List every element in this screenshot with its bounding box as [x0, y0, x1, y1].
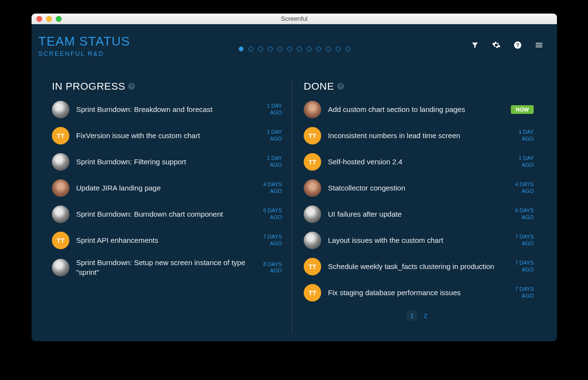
task-title: Add custom chart section to landing page… — [328, 105, 504, 114]
avatar — [304, 206, 321, 223]
task-time: 4 DAYSAGO — [509, 181, 534, 195]
task-title: Statcollector congestion — [328, 183, 503, 193]
task-title: Update JIRA landing page — [76, 183, 251, 193]
page-dot[interactable] — [239, 47, 244, 51]
page-dot[interactable] — [345, 47, 350, 51]
page-button[interactable]: 2 — [420, 310, 431, 321]
page-dot[interactable] — [297, 47, 302, 51]
page-dot[interactable] — [268, 47, 273, 51]
header-toolbar: ? — [471, 41, 543, 49]
titlebar: Screenful — [32, 14, 557, 24]
task-title: Sprint API enhancements — [76, 236, 251, 245]
avatar: TT — [304, 258, 321, 275]
avatar — [52, 259, 69, 276]
task-time: 1 DAYAGO — [258, 103, 282, 116]
task-row[interactable]: Layout issues with the custom chart7 DAY… — [304, 232, 534, 249]
help-badge-icon[interactable]: ? — [337, 83, 344, 90]
column-title-row: DONE ? — [304, 80, 534, 92]
page-title: TEAM STATUS — [38, 34, 130, 49]
task-title: Sprint Burndown: Setup new screen instan… — [76, 258, 251, 278]
page-subtitle: SCREENFUL R&D — [38, 50, 130, 57]
task-row[interactable]: TTFix staging database performance issue… — [304, 284, 534, 301]
task-title: Layout issues with the custom chart — [328, 236, 503, 245]
avatar — [52, 179, 69, 197]
task-title: UI failures after update — [328, 209, 503, 219]
avatar — [304, 179, 321, 197]
task-time: 1 DAYAGO — [258, 155, 282, 169]
help-icon[interactable]: ? — [513, 41, 522, 49]
task-title: Schedule weekly task_facts clustering in… — [328, 262, 503, 271]
task-title: FixVersion issue with the custom chart — [76, 131, 251, 141]
task-time: 7 DAYSAGO — [509, 286, 534, 300]
task-time: 8 DAYSAGO — [258, 261, 282, 275]
avatar: TT — [304, 153, 321, 171]
task-title: Sprint Burndown: Burndown chart componen… — [76, 209, 251, 219]
columns: IN PROGRESS ? Sprint Burndown: Breakdown… — [38, 80, 543, 333]
task-row[interactable]: Statcollector congestion4 DAYSAGO — [304, 179, 534, 197]
task-row[interactable]: Sprint Burndown: Burndown chart componen… — [52, 206, 282, 223]
page-dot[interactable] — [307, 47, 311, 51]
page-dot[interactable] — [248, 47, 253, 51]
column-in-progress: IN PROGRESS ? Sprint Burndown: Breakdown… — [38, 80, 292, 333]
menu-icon[interactable] — [535, 41, 543, 49]
task-time: 1 DAYAGO — [258, 129, 282, 142]
task-list-done: Add custom chart section to landing page… — [304, 101, 534, 301]
page-dot[interactable] — [258, 47, 263, 51]
page-dot[interactable] — [336, 47, 341, 51]
window-title: Screenful — [32, 15, 557, 22]
task-title: Sprint Burndown: Filtering support — [76, 157, 251, 167]
page-dot[interactable] — [287, 47, 292, 51]
task-row[interactable]: Add custom chart section to landing page… — [304, 101, 534, 118]
page-dots — [239, 47, 350, 51]
task-list-in-progress: Sprint Burndown: Breakdown and forecast1… — [52, 101, 282, 278]
task-time: 4 DAYSAGO — [258, 181, 282, 195]
task-row[interactable]: TTSelf-hosted version 2.41 DAYAGO — [304, 153, 534, 171]
task-row[interactable]: TTSchedule weekly task_facts clustering … — [304, 258, 534, 275]
help-badge-icon[interactable]: ? — [128, 83, 135, 90]
task-title: Fix staging database performance issues — [328, 288, 503, 298]
avatar — [52, 206, 69, 223]
page-dot[interactable] — [316, 47, 321, 51]
task-row[interactable]: Update JIRA landing page4 DAYSAGO — [52, 179, 282, 197]
page-dot[interactable] — [278, 47, 282, 51]
page-dot[interactable] — [326, 47, 331, 51]
gear-icon[interactable] — [492, 41, 501, 49]
avatar — [52, 153, 69, 171]
avatar: TT — [304, 284, 321, 301]
task-time: 6 DAYSAGO — [258, 207, 282, 221]
header-left: TEAM STATUS SCREENFUL R&D — [38, 34, 130, 57]
task-title: Inconsistent numbers in lead time screen — [328, 131, 503, 141]
task-row[interactable]: TTFixVersion issue with the custom chart… — [52, 127, 282, 144]
pager: 12 — [304, 310, 534, 321]
header: TEAM STATUS SCREENFUL R&D ? — [38, 34, 543, 57]
column-title: DONE — [304, 80, 334, 92]
avatar — [304, 101, 321, 118]
column-done: DONE ? Add custom chart section to landi… — [292, 80, 543, 333]
task-row[interactable]: TTSprint API enhancements7 DAYSAGO — [52, 232, 282, 249]
filter-icon[interactable] — [471, 41, 479, 49]
avatar — [304, 232, 321, 249]
task-time: 1 DAYAGO — [509, 129, 534, 142]
avatar: TT — [52, 127, 69, 144]
column-title: IN PROGRESS — [52, 80, 125, 92]
task-row[interactable]: Sprint Burndown: Breakdown and forecast1… — [52, 101, 282, 118]
app-window: Screenful TEAM STATUS SCREENFUL R&D ? — [32, 14, 557, 341]
now-badge: NOW — [511, 105, 534, 114]
task-title: Sprint Burndown: Breakdown and forecast — [76, 105, 251, 114]
task-row[interactable]: Sprint Burndown: Setup new screen instan… — [52, 258, 282, 278]
svg-text:?: ? — [516, 42, 519, 48]
task-row[interactable]: UI failures after update6 DAYSAGO — [304, 206, 534, 223]
avatar — [52, 101, 69, 118]
task-time: 7 DAYSAGO — [258, 234, 282, 247]
task-time: 7 DAYSAGO — [509, 234, 534, 247]
task-row[interactable]: Sprint Burndown: Filtering support1 DAYA… — [52, 153, 282, 171]
page-button[interactable]: 1 — [407, 310, 417, 321]
avatar: TT — [304, 127, 321, 144]
avatar: TT — [52, 232, 69, 249]
task-title: Self-hosted version 2.4 — [328, 157, 503, 167]
app-body: TEAM STATUS SCREENFUL R&D ? — [32, 24, 557, 341]
column-title-row: IN PROGRESS ? — [52, 80, 282, 92]
task-row[interactable]: TTInconsistent numbers in lead time scre… — [304, 127, 534, 144]
task-time: 7 DAYSAGO — [509, 260, 534, 273]
task-time: 1 DAYAGO — [509, 155, 534, 169]
